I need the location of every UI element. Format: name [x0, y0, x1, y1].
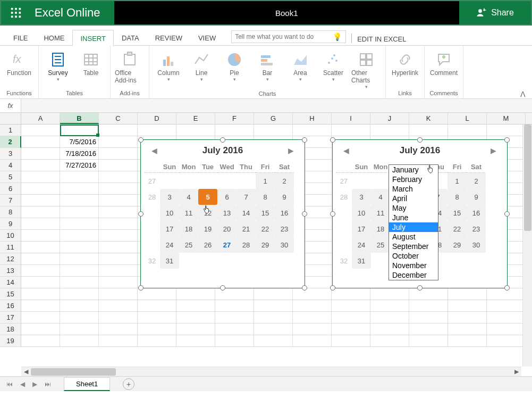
calendar-day[interactable]: 10: [160, 205, 179, 221]
edit-in-excel-link[interactable]: EDIT IN EXCEL: [357, 35, 406, 43]
cell-J1[interactable]: [370, 125, 409, 136]
resize-handle[interactable]: [302, 285, 307, 291]
ribbon-bar[interactable]: Bar▾: [252, 48, 282, 89]
cell-J15[interactable]: [370, 288, 409, 300]
cell-B4[interactable]: 7/27/2016: [60, 160, 99, 171]
share-button[interactable]: Share: [459, 1, 531, 24]
resize-handle[interactable]: [504, 211, 510, 217]
row-header-12[interactable]: 12: [0, 253, 21, 265]
resize-handle[interactable]: [330, 285, 335, 291]
calendar-day[interactable]: 19: [198, 221, 217, 237]
cell-J16[interactable]: [370, 300, 409, 312]
calendar-day[interactable]: 4: [371, 189, 390, 205]
calendar-day[interactable]: 13: [217, 205, 237, 221]
cell-C4[interactable]: [99, 160, 138, 171]
row-header-5[interactable]: 5: [0, 171, 21, 183]
calendar-day[interactable]: 21: [237, 221, 256, 237]
collapse-ribbon-icon[interactable]: ᐱ: [520, 86, 532, 98]
month-option-october[interactable]: October: [389, 251, 438, 261]
cell-E17[interactable]: [176, 312, 215, 324]
cell-A16[interactable]: [21, 300, 60, 312]
calendar-day[interactable]: 7: [237, 189, 256, 205]
cell-B1[interactable]: [60, 125, 99, 136]
calendar-day[interactable]: 25: [371, 237, 390, 253]
cell-C16[interactable]: [99, 300, 138, 312]
calendar-object-1[interactable]: ◀July 2016▶SunMonTueWedThuFriSat27122834…: [140, 139, 305, 288]
calendar-day[interactable]: 3: [352, 189, 371, 205]
col-header-E[interactable]: E: [176, 113, 215, 124]
calendar-day[interactable]: 3: [160, 189, 179, 205]
cell-M16[interactable]: [487, 300, 526, 312]
cell-E18[interactable]: [176, 324, 215, 335]
cell-M17[interactable]: [487, 312, 526, 324]
calendar-day[interactable]: 18: [179, 221, 198, 237]
tab-insert[interactable]: INSERT: [72, 30, 113, 46]
col-header-C[interactable]: C: [99, 113, 138, 124]
cell-K18[interactable]: [409, 324, 448, 335]
calendar-day[interactable]: 20: [217, 221, 237, 237]
cell-B2[interactable]: 7/5/2016: [60, 136, 99, 148]
cell-A18[interactable]: [21, 324, 60, 335]
calendar-day[interactable]: 6: [217, 189, 237, 205]
row-header-11[interactable]: 11: [0, 242, 21, 253]
cell-M18[interactable]: [487, 324, 526, 335]
cell-C1[interactable]: [99, 125, 138, 136]
resize-handle[interactable]: [220, 137, 225, 143]
cell-F17[interactable]: [215, 312, 254, 324]
cell-A14[interactable]: [21, 277, 60, 288]
cell-B16[interactable]: [60, 300, 99, 312]
resize-handle[interactable]: [302, 137, 307, 143]
cell-B7[interactable]: [60, 195, 99, 206]
resize-handle[interactable]: [138, 211, 143, 217]
cell-B8[interactable]: [60, 206, 99, 218]
resize-handle[interactable]: [504, 137, 510, 143]
month-option-january[interactable]: January: [389, 165, 438, 175]
cell-C6[interactable]: [99, 183, 138, 195]
cell-A17[interactable]: [21, 312, 60, 324]
cell-J19[interactable]: [370, 335, 409, 347]
cell-B10[interactable]: [60, 230, 99, 242]
next-month-icon[interactable]: ▶: [286, 145, 296, 156]
month-option-november[interactable]: November: [389, 261, 438, 270]
cell-L17[interactable]: [448, 312, 487, 324]
cell-C3[interactable]: [99, 148, 138, 160]
cell-E16[interactable]: [176, 300, 215, 312]
month-option-december[interactable]: December: [389, 270, 438, 280]
cell-C19[interactable]: [99, 335, 138, 347]
month-option-may[interactable]: May: [389, 203, 438, 213]
calendar-day[interactable]: 16: [275, 205, 294, 221]
cell-A9[interactable]: [21, 218, 60, 230]
cell-A1[interactable]: [21, 125, 60, 136]
resize-handle[interactable]: [138, 285, 143, 291]
month-option-february[interactable]: February: [389, 175, 438, 184]
calendar-day[interactable]: 15: [447, 205, 467, 221]
cell-C15[interactable]: [99, 288, 138, 300]
formula-input[interactable]: [21, 99, 532, 112]
calendar-day[interactable]: 2: [467, 173, 486, 189]
cell-C7[interactable]: [99, 195, 138, 206]
cell-M19[interactable]: [487, 335, 526, 347]
ribbon-function[interactable]: fxFunction: [4, 48, 34, 77]
cell-B12[interactable]: [60, 253, 99, 265]
row-header-3[interactable]: 3: [0, 148, 21, 160]
cell-H17[interactable]: [293, 312, 332, 324]
ribbon-scatter[interactable]: Scatter▾: [318, 48, 348, 89]
next-month-icon[interactable]: ▶: [488, 145, 499, 156]
cell-E19[interactable]: [176, 335, 215, 347]
row-header-13[interactable]: 13: [0, 265, 21, 277]
calendar-object-2[interactable]: ◀July 2016▶SunMonTueWedThuFriSat27122834…: [332, 139, 508, 288]
cell-C13[interactable]: [99, 265, 138, 277]
calendar-title[interactable]: July 2016: [202, 145, 243, 156]
app-launcher-icon[interactable]: [1, 1, 30, 24]
cell-C9[interactable]: [99, 218, 138, 230]
col-header-H[interactable]: H: [293, 113, 332, 124]
cell-L18[interactable]: [448, 324, 487, 335]
prev-month-icon[interactable]: ◀: [341, 145, 351, 156]
tab-home[interactable]: HOME: [36, 29, 72, 45]
resize-handle[interactable]: [330, 137, 335, 143]
calendar-day[interactable]: 4: [179, 189, 198, 205]
cell-L1[interactable]: [448, 125, 487, 136]
row-header-19[interactable]: 19: [0, 335, 21, 347]
col-header-F[interactable]: F: [215, 113, 254, 124]
cell-C8[interactable]: [99, 206, 138, 218]
